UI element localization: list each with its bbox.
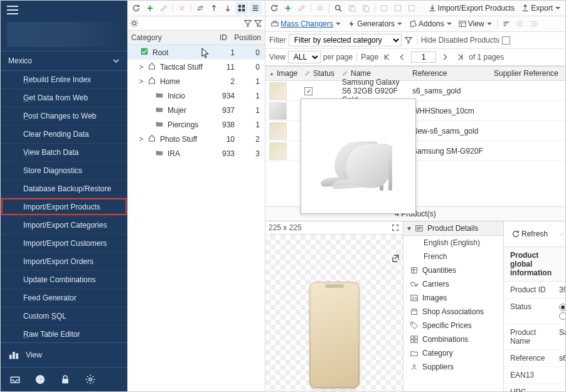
detail-nav-item[interactable]: Suppliers [403,360,503,374]
add-button[interactable] [144,2,156,14]
indent-right-button[interactable] [528,18,540,30]
filter-add-icon[interactable] [254,19,262,28]
category-row[interactable]: Inicio9341 [127,88,265,103]
popout-icon[interactable] [390,253,400,263]
sort-button[interactable] [500,18,513,30]
detail-nav-item[interactable]: Quantities [403,263,503,277]
col-position[interactable]: Position [230,31,265,45]
indent-left-button[interactable] [514,18,526,30]
sidebar-item[interactable]: Raw Table Editor [1,325,127,342]
preview-canvas[interactable] [265,235,403,392]
clone-button[interactable] [360,2,372,14]
property-row[interactable]: UPC [504,384,565,392]
detail-nav-item[interactable]: Images [403,291,503,305]
export-button[interactable]: Export [518,3,563,14]
inbox-icon[interactable] [9,374,21,385]
detail-nav-item[interactable]: French [403,250,503,263]
category-row[interactable]: Piercings9381 [127,117,265,132]
sidebar-item[interactable]: Import/Export Customers [1,234,127,252]
delete-button[interactable] [176,2,188,14]
view-select[interactable]: ALL [288,51,321,63]
property-row[interactable]: StatusEnabledDisabled [504,299,565,324]
col-supplier-reference[interactable]: Supplier Reference [490,66,565,80]
category-row[interactable]: IRA9333 [127,146,265,161]
property-row[interactable]: Product ID3911 [504,282,565,299]
task3-button[interactable] [405,2,418,14]
edit-button[interactable] [296,2,308,14]
import-export-button[interactable]: Import/Export Products [425,3,518,14]
page-next-button[interactable] [439,51,451,63]
category-filter-input[interactable] [140,18,242,29]
detail-nav-item[interactable]: Specific Prices [403,319,503,332]
apply-changes-button[interactable]: Apply Changes [557,224,566,244]
delete-button[interactable] [314,2,326,14]
sidebar-item[interactable]: Clear Pending Data [1,125,127,143]
copy-button[interactable] [346,2,358,14]
col-image[interactable]: ▲Image [265,66,301,80]
category-row[interactable]: Mujer9371 [127,103,265,117]
detail-nav-item[interactable]: Combinations [403,332,503,346]
col-id[interactable]: ID [198,31,230,45]
category-row[interactable]: Root10 [127,45,265,60]
detail-nav-item[interactable]: Carriers [403,277,503,291]
generators-menu[interactable]: Generators [344,18,405,29]
page-input[interactable] [411,51,436,63]
list-button[interactable] [249,2,262,14]
move-up-button[interactable] [208,2,220,14]
view-menu[interactable]: View [1,342,127,367]
page-first-button[interactable] [381,51,393,63]
page-prev-button[interactable] [396,51,408,63]
move-down-button[interactable] [222,2,234,14]
category-row[interactable]: >Photo Stuff102 [127,132,265,146]
page-last-button[interactable] [454,51,466,63]
sidebar-item[interactable]: Feed Generator [1,289,127,307]
hide-disabled-checkbox[interactable] [502,36,510,45]
add-button[interactable] [282,2,294,14]
refresh-detail-button[interactable]: Refresh [509,228,550,240]
status-checkbox[interactable] [304,87,312,95]
store-selector[interactable]: Mexico [1,51,127,71]
edit-button[interactable] [158,2,170,14]
category-tree[interactable]: Root10>Tactical Stuff110>Home21Inicio934… [127,45,265,392]
task2-button[interactable] [392,2,404,14]
col-category[interactable]: Category [127,31,198,45]
col-reference[interactable]: Reference [408,66,490,80]
refresh-button[interactable] [268,2,280,14]
detail-nav-item[interactable]: English (English) [403,236,503,250]
col-status[interactable]: Status [301,66,338,80]
sync-button[interactable] [194,2,206,14]
addons-menu[interactable]: Addons [406,18,454,29]
filter-icon[interactable] [243,19,252,28]
sidebar-item[interactable]: Get Data from Web [1,88,127,107]
refresh-button[interactable] [130,2,142,14]
sidebar-item[interactable]: View Batch Data [1,143,127,161]
grid-button[interactable] [235,2,248,14]
help-icon[interactable]: ? [35,374,46,385]
sidebar-item[interactable]: Custom SQL [1,307,127,325]
property-row[interactable]: Product NameSamsung Galaxy S6 32GB G920F… [504,324,565,350]
sidebar-item[interactable]: Import/Export Orders [1,252,127,270]
filter-icon[interactable] [404,36,413,45]
lock-icon[interactable] [60,374,71,385]
product-table-body[interactable]: Samsung Galaxy S6 32GB G920F Golds6_sams… [265,81,565,206]
detail-nav-item[interactable]: Shop Associations [403,305,503,319]
category-row[interactable]: >Tactical Stuff110 [127,60,265,74]
view-menu-button[interactable]: View [456,18,494,29]
filter-select[interactable]: Filter by selected category [289,34,402,46]
menu-toggle[interactable] [7,6,18,14]
sidebar-item[interactable]: Import/Export Products [1,198,127,216]
expand-icon[interactable] [391,223,400,232]
sidebar-item[interactable]: Rebuild Entire Index [1,71,127,88]
gear-icon[interactable] [130,19,139,28]
task1-button[interactable] [378,2,390,14]
property-row[interactable]: EAN13 [504,367,565,384]
detail-nav-head[interactable]: ▾ Product Details [403,221,503,236]
sidebar-item[interactable]: Database Backup/Restore [1,179,127,198]
category-row[interactable]: >Home21 [127,74,265,88]
mass-changers-menu[interactable]: Mass Changers [268,18,343,29]
sidebar-item[interactable]: Post Changes to Web [1,107,127,125]
detail-nav-item[interactable]: Category [403,346,503,360]
sidebar-item[interactable]: Store Diagnostics [1,161,127,179]
property-row[interactable]: References6_sams_gold [504,350,565,367]
search-button[interactable] [332,2,344,14]
